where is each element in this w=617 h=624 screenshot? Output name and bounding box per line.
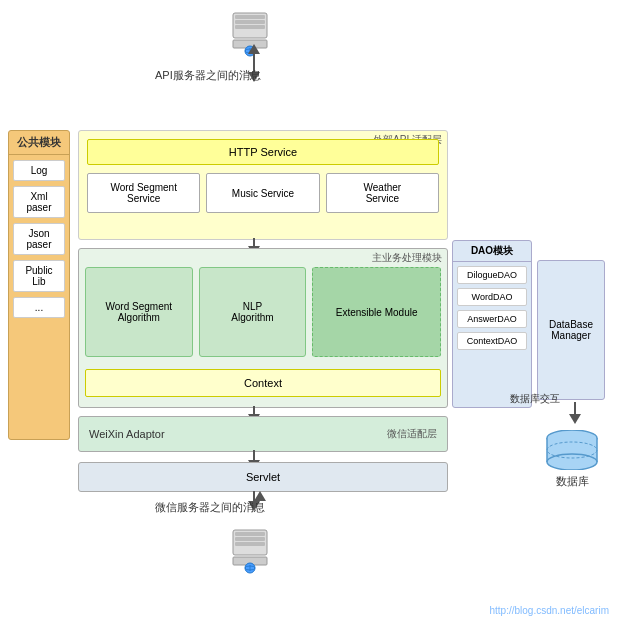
dao-module-title: DAO模块 <box>453 241 531 262</box>
svg-rect-12 <box>235 542 265 546</box>
server-bottom <box>220 525 280 577</box>
database-label: 数据库 <box>537 474 607 489</box>
context-box: Context <box>85 369 441 397</box>
watermark: http://blog.csdn.net/elcarim <box>489 605 609 616</box>
bottom-message-label: 微信服务器之间的消息 <box>155 500 265 515</box>
nlp-algorithm: NLPAlgorithm <box>199 267 307 357</box>
algorithm-boxes: Word SegmentAlgorithm NLPAlgorithm Exten… <box>85 267 441 357</box>
svg-rect-3 <box>235 20 265 24</box>
weixin-label-left: WeiXin Adaptor <box>89 428 387 440</box>
svg-rect-2 <box>235 15 265 19</box>
weather-service: WeatherService <box>326 173 439 213</box>
http-service-box: HTTP Service <box>87 139 439 165</box>
module-item-log: Log <box>13 160 65 181</box>
module-item-public: PublicLib <box>13 260 65 292</box>
dao-item-answer: AnswerDAO <box>457 310 527 328</box>
public-module: 公共模块 Log Xmlpaser Jsonpaser PublicLib ..… <box>8 130 70 440</box>
top-arrow-up <box>248 44 260 66</box>
weixin-label-right: 微信适配层 <box>387 427 437 441</box>
module-item-json: Jsonpaser <box>13 223 65 255</box>
db-manager: DataBase Manager <box>537 260 605 400</box>
main-layer-title: 主业务处理模块 <box>372 251 442 265</box>
outer-api-layer: 外部API 适配层 HTTP Service Word SegmentServi… <box>78 130 448 240</box>
main-business-layer: 主业务处理模块 Word SegmentAlgorithm NLPAlgorit… <box>78 248 448 408</box>
service-boxes: Word SegmentService Music Service Weathe… <box>87 173 439 213</box>
dao-item-word: WordDAO <box>457 288 527 306</box>
database-icon <box>542 430 602 470</box>
server-bottom-icon <box>225 525 275 575</box>
dao-item-dilogue: DilogueDAO <box>457 266 527 284</box>
module-item-more: ... <box>13 297 65 318</box>
word-segment-algorithm: Word SegmentAlgorithm <box>85 267 193 357</box>
svg-rect-4 <box>235 25 265 29</box>
dao-item-context: ContextDAO <box>457 332 527 350</box>
diagram-container: API服务器之间的消息 公共模块 Log Xmlpaser Jsonpaser … <box>0 0 617 624</box>
svg-rect-10 <box>235 532 265 536</box>
svg-rect-11 <box>235 537 265 541</box>
dao-module: DAO模块 DilogueDAO WordDAO AnswerDAO Conte… <box>452 240 532 408</box>
database-icon-area: 数据库 <box>537 430 607 489</box>
svg-point-20 <box>547 454 597 470</box>
servlet-box: Servlet <box>78 462 448 492</box>
arrow-to-db <box>569 402 581 424</box>
public-module-title: 公共模块 <box>9 131 69 155</box>
extensible-module: Extensible Module <box>312 267 441 357</box>
weixin-adaptor: WeiXin Adaptor 微信适配层 <box>78 416 448 452</box>
module-item-xml: Xmlpaser <box>13 186 65 218</box>
word-segment-service: Word SegmentService <box>87 173 200 213</box>
music-service: Music Service <box>206 173 319 213</box>
db-interaction-label: 数据库交互 <box>510 392 560 406</box>
top-message-label: API服务器之间的消息 <box>155 68 261 83</box>
